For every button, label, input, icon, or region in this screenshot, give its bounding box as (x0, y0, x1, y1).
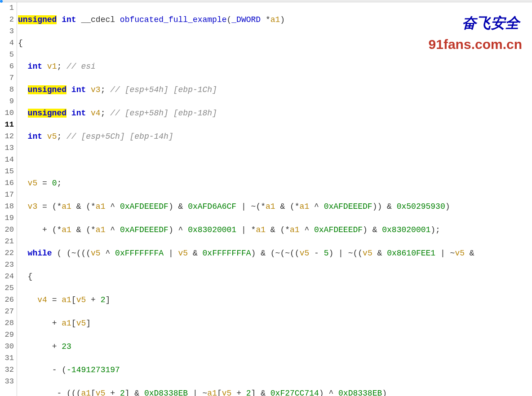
code-line[interactable]: + (*a1 & (*a1 ^ 0xAFDEEEDF) ^ 0x83020001… (18, 224, 532, 236)
code-line[interactable]: - (-1491273197 (18, 364, 532, 376)
code-line[interactable]: while ( (~(((v5 ^ 0xFFFFFFFA | v5 & 0xFF… (18, 247, 532, 259)
code-line[interactable]: unsigned int v3; // [esp+54h] [ebp-1Ch] (18, 84, 532, 96)
code-line[interactable] (18, 154, 532, 166)
code-line[interactable]: unsigned int __cdecl obfucated_full_exam… (18, 14, 532, 26)
breakpoint-dot[interactable] (0, 0, 3, 3)
code-line[interactable]: int v5; // [esp+5Ch] [ebp-14h] (18, 131, 532, 142)
code-line[interactable]: int v1; // esi (18, 61, 532, 72)
watermark-url: 91fans.com.cn (429, 37, 522, 52)
code-line[interactable]: v3 = (*a1 & (*a1 ^ 0xAFDEEEDF) & 0xAFD6A… (18, 201, 532, 212)
code-line[interactable]: unsigned int v4; // [esp+58h] [ebp-18h] (18, 107, 532, 119)
line-gutter: 1234567891011121314151617181920212223242… (0, 2, 17, 396)
code-line[interactable]: + 23 (18, 341, 532, 352)
code-line[interactable]: + a1[v5] (18, 317, 532, 329)
code-area[interactable]: unsigned int __cdecl obfucated_full_exam… (17, 2, 532, 396)
code-line[interactable]: - (((a1[v5 + 2] & 0xD8338EB | ~a1[v5 + 2… (18, 387, 532, 396)
code-line[interactable]: v5 = 0; (18, 177, 532, 189)
watermark-cn: 奋飞安全 (462, 13, 519, 33)
code-line[interactable]: v4 = a1[v5 + 2] (18, 294, 532, 306)
code-editor[interactable]: 1234567891011121314151617181920212223242… (0, 2, 532, 396)
code-line[interactable]: { (18, 271, 532, 282)
